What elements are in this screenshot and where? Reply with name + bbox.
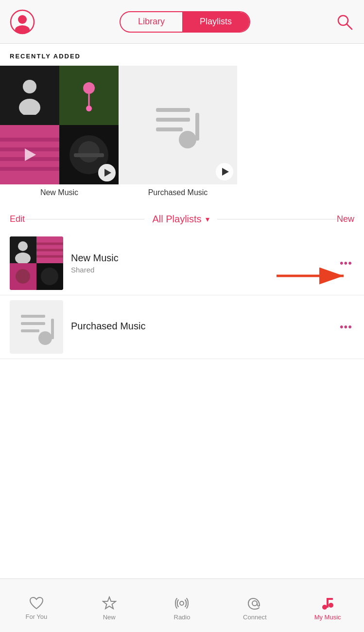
- header: Library Playlists: [0, 0, 364, 44]
- arrow-annotation: [272, 264, 349, 288]
- svg-rect-38: [21, 315, 45, 318]
- music-note-icon: [320, 596, 335, 611]
- tab-for-you[interactable]: For You: [0, 591, 73, 620]
- svg-point-18: [78, 141, 100, 163]
- at-icon: [247, 596, 262, 611]
- play-button-purchased[interactable]: [216, 163, 233, 181]
- thumb-collage-3: [10, 263, 36, 290]
- playlist-name-purchased: Purchased Music: [71, 321, 330, 332]
- thumb-collage-1: [10, 236, 36, 263]
- svg-point-23: [179, 131, 196, 148]
- svg-point-2: [15, 25, 30, 34]
- tab-for-you-label: For You: [25, 613, 47, 620]
- svg-marker-43: [103, 597, 116, 609]
- collage-cell-1: [0, 66, 59, 125]
- svg-marker-15: [25, 148, 36, 161]
- playlist-thumb-purchased: [10, 300, 63, 354]
- playlist-name-new-music: New Music: [71, 253, 330, 264]
- tab-connect-label: Connect: [243, 614, 266, 621]
- main-content: RECENTLY ADDED: [0, 44, 364, 578]
- svg-rect-42: [51, 319, 54, 339]
- purchased-music-label: Purchased Music: [146, 188, 210, 197]
- tab-my-music-label: My Music: [314, 614, 341, 621]
- svg-rect-24: [195, 113, 199, 141]
- play-button-4[interactable]: [98, 164, 116, 181]
- svg-point-5: [23, 80, 36, 93]
- svg-rect-39: [21, 322, 45, 325]
- svg-point-41: [38, 331, 52, 345]
- svg-point-26: [18, 241, 28, 251]
- svg-point-1: [18, 15, 27, 24]
- svg-line-4: [347, 24, 352, 29]
- svg-rect-22: [156, 127, 183, 131]
- tab-new[interactable]: New: [73, 590, 146, 621]
- svg-point-7: [83, 82, 95, 94]
- star-icon: [102, 596, 117, 611]
- purchased-music-album[interactable]: Purchased Music: [119, 66, 237, 197]
- library-playlists-toggle[interactable]: Library Playlists: [120, 11, 250, 33]
- svg-point-33: [16, 269, 30, 284]
- tab-bar: For You New Radio: [0, 578, 364, 632]
- svg-rect-49: [327, 598, 333, 600]
- svg-point-6: [19, 99, 40, 115]
- playlist-thumb-new-music: [10, 236, 63, 290]
- more-options-purchased[interactable]: •••: [338, 321, 354, 333]
- new-music-label: New Music: [38, 188, 80, 197]
- tab-new-label: New: [103, 614, 116, 621]
- playlists-section-header: Edit All Playlists ▾ New: [0, 202, 364, 232]
- radio-icon: [174, 596, 189, 611]
- svg-point-45: [252, 601, 257, 606]
- tab-radio[interactable]: Radio: [146, 590, 219, 621]
- recently-added-grid: New Music Purchased: [0, 66, 364, 202]
- tab-my-music[interactable]: My Music: [291, 590, 364, 621]
- svg-point-9: [86, 106, 92, 111]
- svg-rect-19: [74, 153, 104, 157]
- svg-rect-21: [156, 118, 190, 122]
- new-music-collage: [0, 66, 119, 184]
- new-playlist-button[interactable]: New: [337, 214, 354, 224]
- all-playlists-title[interactable]: All Playlists: [152, 214, 201, 225]
- tab-radio-label: Radio: [174, 614, 191, 621]
- playlist-info-purchased: Purchased Music: [71, 321, 330, 334]
- purchased-music-placeholder: [119, 66, 237, 184]
- new-music-album[interactable]: New Music: [0, 66, 119, 197]
- thumb-collage-2: [36, 236, 63, 263]
- collage-cell-2: [59, 66, 119, 125]
- thumb-collage-4: [36, 263, 63, 290]
- svg-point-44: [180, 601, 184, 605]
- playlists-tab[interactable]: Playlists: [182, 12, 249, 32]
- heart-icon: [29, 596, 44, 610]
- svg-point-46: [322, 605, 327, 610]
- svg-point-3: [338, 16, 348, 25]
- chevron-down-icon: ▾: [206, 215, 209, 224]
- svg-point-35: [41, 268, 58, 285]
- playlist-item-purchased[interactable]: Purchased Music •••: [0, 295, 364, 359]
- tab-connect[interactable]: Connect: [218, 590, 291, 621]
- avatar-button[interactable]: [10, 9, 35, 35]
- library-tab[interactable]: Library: [121, 12, 182, 32]
- search-button[interactable]: [335, 12, 354, 32]
- collage-cell-4: [59, 125, 119, 184]
- svg-rect-40: [21, 329, 39, 332]
- recently-added-section: RECENTLY ADDED: [0, 44, 364, 202]
- recently-added-title: RECENTLY ADDED: [0, 44, 364, 66]
- svg-rect-20: [156, 108, 190, 112]
- edit-playlists-button[interactable]: Edit: [10, 214, 25, 224]
- svg-point-47: [329, 603, 333, 608]
- collage-cell-3: [0, 125, 59, 184]
